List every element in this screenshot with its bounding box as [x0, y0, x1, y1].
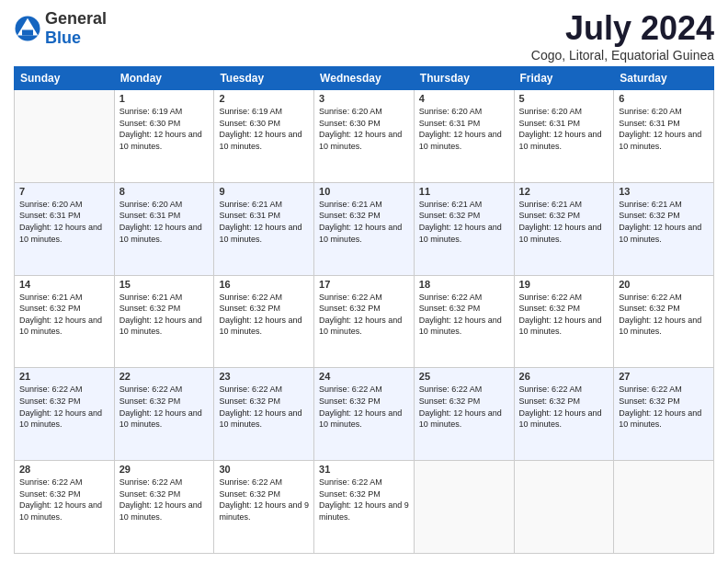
calendar-table: Sunday Monday Tuesday Wednesday Thursday… [14, 66, 714, 554]
day-number: 25 [419, 371, 509, 382]
day-number: 16 [219, 279, 309, 290]
calendar-cell: 5Sunrise: 6:20 AM Sunset: 6:31 PM Daylig… [514, 90, 614, 183]
day-info: Sunrise: 6:21 AM Sunset: 6:32 PM Dayligh… [19, 292, 109, 338]
calendar-cell: 6Sunrise: 6:20 AM Sunset: 6:31 PM Daylig… [614, 90, 714, 183]
day-number: 11 [419, 186, 509, 197]
day-info: Sunrise: 6:22 AM Sunset: 6:32 PM Dayligh… [619, 384, 709, 430]
day-info: Sunrise: 6:22 AM Sunset: 6:32 PM Dayligh… [219, 292, 309, 338]
calendar-cell: 27Sunrise: 6:22 AM Sunset: 6:32 PM Dayli… [614, 368, 714, 461]
weekday-header-row: Sunday Monday Tuesday Wednesday Thursday… [15, 67, 714, 90]
day-info: Sunrise: 6:22 AM Sunset: 6:32 PM Dayligh… [19, 477, 109, 523]
calendar-cell: 30Sunrise: 6:22 AM Sunset: 6:32 PM Dayli… [214, 461, 314, 554]
day-info: Sunrise: 6:21 AM Sunset: 6:32 PM Dayligh… [519, 199, 609, 245]
day-number: 9 [219, 186, 309, 197]
calendar-cell: 21Sunrise: 6:22 AM Sunset: 6:32 PM Dayli… [15, 368, 115, 461]
calendar-cell: 15Sunrise: 6:21 AM Sunset: 6:32 PM Dayli… [114, 275, 214, 368]
calendar-cell: 18Sunrise: 6:22 AM Sunset: 6:32 PM Dayli… [414, 275, 514, 368]
day-number: 31 [319, 464, 409, 475]
header-saturday: Saturday [614, 67, 714, 90]
day-number: 28 [19, 464, 109, 475]
header-friday: Friday [514, 67, 614, 90]
day-info: Sunrise: 6:22 AM Sunset: 6:32 PM Dayligh… [319, 477, 409, 523]
calendar-cell: 8Sunrise: 6:20 AM Sunset: 6:31 PM Daylig… [114, 182, 214, 275]
day-number: 3 [319, 93, 409, 104]
day-info: Sunrise: 6:22 AM Sunset: 6:32 PM Dayligh… [319, 384, 409, 430]
calendar-cell: 20Sunrise: 6:22 AM Sunset: 6:32 PM Dayli… [614, 275, 714, 368]
calendar-cell: 1Sunrise: 6:19 AM Sunset: 6:30 PM Daylig… [114, 90, 214, 183]
calendar-cell: 7Sunrise: 6:20 AM Sunset: 6:31 PM Daylig… [15, 182, 115, 275]
calendar-cell: 24Sunrise: 6:22 AM Sunset: 6:32 PM Dayli… [314, 368, 415, 461]
day-number: 23 [219, 371, 309, 382]
day-number: 4 [419, 93, 509, 104]
calendar-cell: 26Sunrise: 6:22 AM Sunset: 6:32 PM Dayli… [514, 368, 614, 461]
day-number: 12 [519, 186, 609, 197]
calendar-cell: 23Sunrise: 6:22 AM Sunset: 6:32 PM Dayli… [214, 368, 314, 461]
day-info: Sunrise: 6:20 AM Sunset: 6:31 PM Dayligh… [419, 106, 509, 152]
day-number: 2 [219, 93, 309, 104]
calendar-cell: 12Sunrise: 6:21 AM Sunset: 6:32 PM Dayli… [514, 182, 614, 275]
calendar-week-row: 14Sunrise: 6:21 AM Sunset: 6:32 PM Dayli… [15, 275, 714, 368]
day-info: Sunrise: 6:22 AM Sunset: 6:32 PM Dayligh… [519, 292, 609, 338]
day-number: 30 [219, 464, 309, 475]
day-number: 27 [619, 371, 709, 382]
day-info: Sunrise: 6:22 AM Sunset: 6:32 PM Dayligh… [419, 384, 509, 430]
header: General Blue July 2024 Cogo, Litoral, Eq… [14, 9, 714, 63]
calendar-cell [15, 90, 115, 183]
day-info: Sunrise: 6:22 AM Sunset: 6:32 PM Dayligh… [619, 292, 709, 338]
day-number: 20 [619, 279, 709, 290]
logo-icon [14, 15, 41, 42]
day-number: 21 [19, 371, 109, 382]
logo-text: General Blue [45, 9, 107, 48]
header-wednesday: Wednesday [314, 67, 415, 90]
header-tuesday: Tuesday [214, 67, 314, 90]
day-info: Sunrise: 6:20 AM Sunset: 6:31 PM Dayligh… [119, 199, 210, 245]
calendar-cell: 4Sunrise: 6:20 AM Sunset: 6:31 PM Daylig… [414, 90, 514, 183]
calendar-week-row: 21Sunrise: 6:22 AM Sunset: 6:32 PM Dayli… [15, 368, 714, 461]
day-info: Sunrise: 6:22 AM Sunset: 6:32 PM Dayligh… [519, 384, 609, 430]
day-number: 14 [19, 279, 109, 290]
title-area: July 2024 Cogo, Litoral, Equatorial Guin… [531, 9, 714, 63]
day-info: Sunrise: 6:20 AM Sunset: 6:31 PM Dayligh… [619, 106, 709, 152]
logo-blue: Blue [45, 29, 81, 47]
header-sunday: Sunday [15, 67, 115, 90]
calendar-cell: 29Sunrise: 6:22 AM Sunset: 6:32 PM Dayli… [114, 461, 214, 554]
logo: General Blue [14, 9, 107, 48]
day-number: 13 [619, 186, 709, 197]
day-info: Sunrise: 6:21 AM Sunset: 6:32 PM Dayligh… [119, 292, 210, 338]
calendar-cell: 31Sunrise: 6:22 AM Sunset: 6:32 PM Dayli… [314, 461, 415, 554]
header-monday: Monday [114, 67, 214, 90]
day-info: Sunrise: 6:21 AM Sunset: 6:32 PM Dayligh… [419, 199, 509, 245]
calendar-cell: 3Sunrise: 6:20 AM Sunset: 6:30 PM Daylig… [314, 90, 415, 183]
day-number: 6 [619, 93, 709, 104]
day-info: Sunrise: 6:22 AM Sunset: 6:32 PM Dayligh… [119, 384, 210, 430]
day-number: 22 [119, 371, 210, 382]
logo-general: General [45, 9, 107, 28]
day-info: Sunrise: 6:19 AM Sunset: 6:30 PM Dayligh… [219, 106, 309, 152]
calendar-cell [514, 461, 614, 554]
day-info: Sunrise: 6:19 AM Sunset: 6:30 PM Dayligh… [119, 106, 210, 152]
calendar-cell: 10Sunrise: 6:21 AM Sunset: 6:32 PM Dayli… [314, 182, 415, 275]
calendar-page: General Blue July 2024 Cogo, Litoral, Eq… [0, 0, 728, 563]
calendar-week-row: 1Sunrise: 6:19 AM Sunset: 6:30 PM Daylig… [15, 90, 714, 183]
day-info: Sunrise: 6:20 AM Sunset: 6:31 PM Dayligh… [19, 199, 109, 245]
calendar-cell: 14Sunrise: 6:21 AM Sunset: 6:32 PM Dayli… [15, 275, 115, 368]
day-info: Sunrise: 6:22 AM Sunset: 6:32 PM Dayligh… [19, 384, 109, 430]
calendar-cell: 13Sunrise: 6:21 AM Sunset: 6:32 PM Dayli… [614, 182, 714, 275]
calendar-cell [414, 461, 514, 554]
day-number: 8 [119, 186, 210, 197]
calendar-week-row: 7Sunrise: 6:20 AM Sunset: 6:31 PM Daylig… [15, 182, 714, 275]
day-number: 24 [319, 371, 409, 382]
calendar-cell: 11Sunrise: 6:21 AM Sunset: 6:32 PM Dayli… [414, 182, 514, 275]
day-info: Sunrise: 6:20 AM Sunset: 6:30 PM Dayligh… [319, 106, 409, 152]
calendar-week-row: 28Sunrise: 6:22 AM Sunset: 6:32 PM Dayli… [15, 461, 714, 554]
calendar-cell: 9Sunrise: 6:21 AM Sunset: 6:31 PM Daylig… [214, 182, 314, 275]
calendar-cell: 19Sunrise: 6:22 AM Sunset: 6:32 PM Dayli… [514, 275, 614, 368]
svg-rect-2 [22, 30, 33, 36]
calendar-cell: 17Sunrise: 6:22 AM Sunset: 6:32 PM Dayli… [314, 275, 415, 368]
day-number: 7 [19, 186, 109, 197]
day-number: 18 [419, 279, 509, 290]
day-info: Sunrise: 6:21 AM Sunset: 6:32 PM Dayligh… [319, 199, 409, 245]
location: Cogo, Litoral, Equatorial Guinea [531, 48, 714, 63]
day-number: 17 [319, 279, 409, 290]
day-info: Sunrise: 6:22 AM Sunset: 6:32 PM Dayligh… [319, 292, 409, 338]
